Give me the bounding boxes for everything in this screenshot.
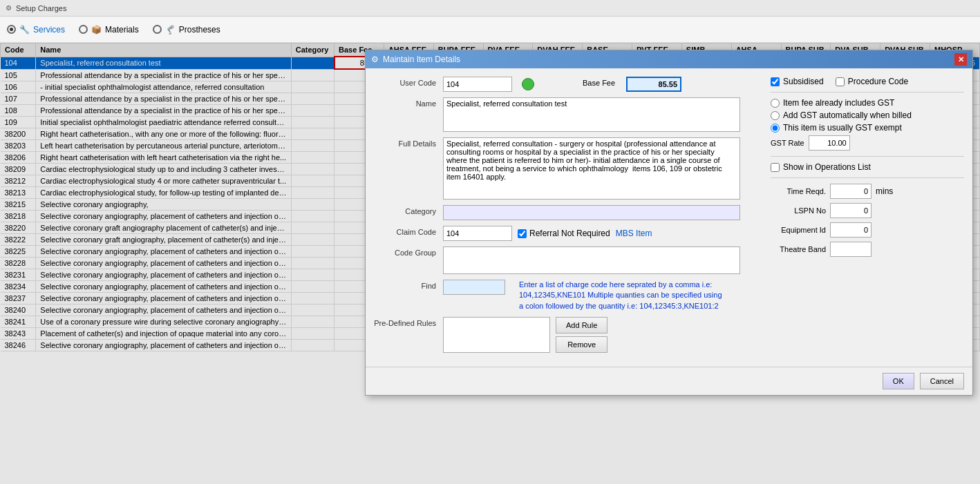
gst-rate-input[interactable] [809,135,850,151]
referral-not-required-checkbox[interactable] [518,229,527,238]
name-row: Name [374,97,754,132]
title-bar: ⚙ Setup Charges [0,0,980,17]
mbs-item-link[interactable]: MBS Item [616,229,652,238]
services-radio[interactable] [7,25,16,34]
user-code-input[interactable] [443,77,512,92]
modal-title: Maintain Item Details [383,55,460,64]
pre-defined-rules-row: Pre-Defined Rules Add Rule Remove [374,317,754,353]
right-panel: Subsidised Procedure Code Item fee alrea… [771,77,964,358]
services-icon: 🔧 [19,25,30,35]
gst-exempt-label: This item is usually GST exempt [783,123,902,133]
modal-overlay: ⚙ Maintain Item Details ✕ User Code Base… [0,43,980,484]
toolbar-services-option[interactable]: 🔧 Services [7,25,65,35]
name-textarea[interactable] [443,97,740,132]
equipment-id-input[interactable] [830,222,871,238]
mins-label: mins [876,186,893,196]
find-row: Find Enter a list of charge code here se… [374,280,754,311]
cancel-button[interactable]: Cancel [920,373,964,389]
item-fee-gst-label: Item fee already includes GST [783,98,894,108]
materials-radio[interactable] [79,25,88,34]
modal: ⚙ Maintain Item Details ✕ User Code Base… [365,50,973,396]
time-reqd-input[interactable] [830,184,871,199]
user-code-row: User Code Base Fee [374,77,754,92]
code-group-textarea[interactable] [443,246,740,274]
subsidised-checkbox[interactable] [771,77,780,86]
pre-defined-rules-label: Pre-Defined Rules [374,317,436,327]
equipment-id-row: Equipment Id [771,222,964,238]
name-label: Name [374,97,436,108]
prostheses-icon: 🦿 [165,25,176,35]
lspn-no-input[interactable] [830,203,871,218]
time-reqd-label: Time Reqd. [771,187,826,195]
services-label: Services [33,25,65,35]
category-row: Category [374,205,754,220]
claim-code-input[interactable] [443,226,512,241]
ok-button[interactable]: OK [883,373,914,389]
full-details-textarea[interactable] [443,137,740,200]
add-gst-auto-radio[interactable] [771,111,780,120]
item-fee-gst-radio[interactable] [771,99,780,108]
modal-footer: OK Cancel [366,367,972,395]
code-group-row: Code Group [374,246,754,274]
toolbar: 🔧 Services 📦 Materials 🦿 Prostheses [0,17,980,43]
modal-title-icon: ⚙ [371,55,379,64]
modal-titlebar: ⚙ Maintain Item Details ✕ [366,50,972,68]
find-label: Find [374,280,436,290]
full-details-row: Full Details [374,137,754,200]
theatre-band-label: Theatre Band [771,245,826,253]
find-hint: Enter a list of charge code here seprate… [519,280,726,311]
user-code-label: User Code [374,77,436,87]
green-dot [522,78,534,90]
prostheses-radio[interactable] [153,25,162,34]
toolbar-prostheses-option[interactable]: 🦿 Prostheses [153,25,220,35]
materials-icon: 📦 [91,25,102,35]
lspn-no-label: LSPN No [771,206,826,215]
procedure-code-label: Procedure Code [848,77,908,86]
toolbar-materials-option[interactable]: 📦 Materials [79,25,139,35]
find-input[interactable] [443,280,505,295]
add-rule-button[interactable]: Add Rule [556,317,607,333]
rules-textarea[interactable] [443,317,550,353]
base-fee-input[interactable] [626,77,681,92]
title-bar-text: Setup Charges [16,4,66,12]
subsidised-label: Subsidised [783,77,824,86]
show-operations-list-label: Show in Operations List [783,162,871,172]
equipment-id-label: Equipment Id [771,226,826,234]
time-reqd-row: Time Reqd. mins [771,184,964,199]
modal-close-button[interactable]: ✕ [954,53,967,66]
claim-code-label: Claim Code [374,226,436,236]
title-bar-icon: ⚙ [6,4,12,12]
category-input[interactable] [443,205,740,220]
code-group-label: Code Group [374,246,436,257]
lspn-no-row: LSPN No [771,203,964,218]
materials-label: Materials [105,25,139,35]
claim-code-row: Claim Code Referral Not Required MBS Ite… [374,226,754,241]
remove-button[interactable]: Remove [556,336,607,353]
show-operations-list-checkbox[interactable] [771,163,780,172]
theatre-band-row: Theatre Band [771,242,964,257]
gst-exempt-radio[interactable] [771,124,780,133]
base-fee-label: Base Fee [583,77,615,87]
theatre-band-input[interactable] [830,242,871,257]
prostheses-label: Prostheses [179,25,220,35]
procedure-code-checkbox[interactable] [836,77,845,86]
full-details-label: Full Details [374,137,436,148]
add-gst-auto-label: Add GST automatically when billed [783,110,912,120]
gst-rate-label: GST Rate [771,139,804,147]
referral-not-required-label[interactable]: Referral Not Required [518,229,610,238]
category-label: Category [374,205,436,215]
